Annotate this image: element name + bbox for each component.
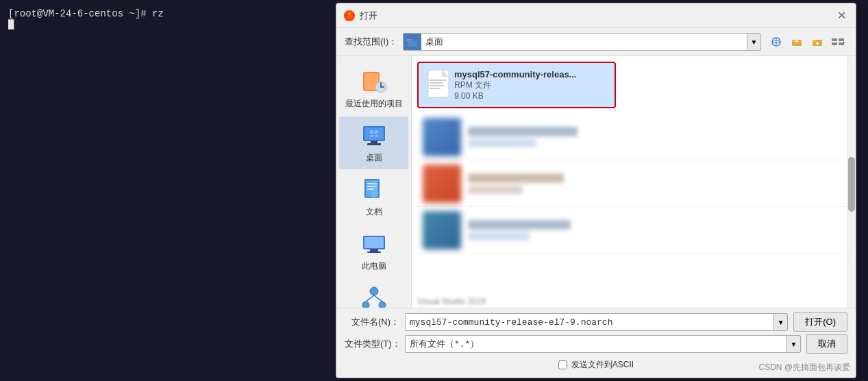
folder-icon: [406, 37, 419, 47]
sidebar-item-network[interactable]: 网络: [339, 279, 408, 308]
recent-icon: [360, 68, 388, 95]
filename-input-combo[interactable]: ▼: [405, 313, 788, 331]
main-content: 最近使用的项目 桌面: [336, 56, 856, 308]
svg-rect-26: [370, 135, 373, 137]
sidebar-item-documents[interactable]: 文档: [339, 171, 408, 223]
svg-line-41: [366, 295, 374, 302]
sidebar-label-recent: 最近使用的项目: [345, 98, 403, 110]
svg-rect-44: [430, 79, 446, 81]
new-folder-icon: [812, 37, 823, 47]
search-scope-label: 查找范围(I)：: [345, 36, 397, 48]
svg-rect-37: [367, 251, 381, 253]
svg-rect-3: [408, 40, 417, 47]
blurred-item-3: [417, 207, 850, 254]
location-combo[interactable]: 桌面 ▼: [403, 33, 761, 51]
svg-rect-23: [367, 143, 381, 145]
new-folder-button[interactable]: [808, 32, 827, 51]
sidebar-label-computer: 此电脑: [362, 260, 386, 272]
svg-rect-24: [370, 130, 373, 134]
svg-rect-47: [430, 88, 441, 89]
svg-line-42: [374, 295, 382, 302]
computer-icon: [360, 230, 388, 258]
svg-rect-14: [832, 42, 837, 45]
visual-studio-label: Visual Studio 2019: [417, 297, 486, 306]
open-button[interactable]: 打开(O): [793, 312, 847, 332]
svg-rect-46: [430, 85, 445, 86]
svg-rect-15: [839, 42, 844, 45]
up-button[interactable]: [787, 32, 806, 51]
blurred-item-1: [417, 114, 850, 160]
send-ascii-label[interactable]: 发送文件到ASCII: [571, 359, 634, 371]
view-icon: [831, 37, 845, 47]
open-dialog: 打开 ✕ 查找范围(I)： 桌面 ▼: [336, 3, 856, 378]
desktop-icon: [360, 122, 388, 149]
svg-rect-13: [839, 38, 844, 41]
filetype-label: 文件类型(T)：: [345, 338, 399, 350]
sidebar-item-computer[interactable]: 此电脑: [339, 225, 408, 278]
toolbar-row: 查找范围(I)： 桌面 ▼: [336, 28, 856, 56]
close-button[interactable]: ✕: [834, 8, 849, 23]
sidebar-item-desktop[interactable]: 桌面: [339, 116, 408, 169]
filetype-input-combo[interactable]: ▼: [405, 335, 801, 353]
cancel-button[interactable]: 取消: [806, 334, 847, 354]
filename-row: 文件名(N)： ▼ 打开(O): [345, 312, 847, 332]
globe-icon: [771, 37, 782, 47]
file-size: 9.00 KB: [454, 91, 576, 101]
filetype-input[interactable]: [406, 339, 786, 349]
filename-dropdown[interactable]: ▼: [773, 314, 787, 330]
dialog-title: 打开: [360, 10, 377, 22]
svg-rect-45: [430, 82, 443, 84]
app-icon: [343, 10, 356, 22]
file-area: mysql57-community-releas... RPM 文件 9.00 …: [412, 56, 856, 308]
svg-rect-25: [375, 130, 378, 134]
rpm-file-icon: [427, 69, 454, 101]
file-info: mysql57-community-releas... RPM 文件 9.00 …: [454, 69, 576, 101]
file-type: RPM 文件: [454, 79, 576, 91]
filename-input[interactable]: [406, 317, 773, 328]
title-bar: 打开 ✕: [336, 3, 856, 28]
sidebar-label-desktop: 桌面: [366, 152, 382, 164]
location-dropdown[interactable]: ▼: [747, 34, 760, 50]
network-icon: [360, 284, 388, 308]
send-ascii-checkbox[interactable]: [558, 360, 567, 369]
view-button[interactable]: [828, 32, 847, 51]
svg-rect-21: [364, 127, 384, 140]
svg-point-38: [370, 287, 378, 295]
svg-rect-12: [832, 38, 837, 41]
filetype-row: 文件类型(T)： ▼ 取消: [345, 334, 847, 354]
location-icon: [404, 33, 421, 51]
documents-icon: [360, 176, 388, 204]
filetype-dropdown[interactable]: ▼: [786, 336, 800, 352]
title-bar-left: 打开: [343, 10, 377, 22]
svg-point-39: [362, 302, 369, 308]
folder-up-icon: [791, 37, 802, 47]
toolbar-icons: [767, 32, 847, 51]
svg-rect-35: [364, 237, 384, 248]
file-name: mysql57-community-releas...: [454, 69, 576, 79]
svg-rect-9: [813, 40, 817, 42]
sidebar: 最近使用的项目 桌面: [336, 56, 412, 308]
sidebar-item-recent[interactable]: 最近使用的项目: [339, 62, 408, 115]
selected-file-item[interactable]: mysql57-community-releas... RPM 文件 9.00 …: [417, 62, 616, 108]
sidebar-label-documents: 文档: [366, 206, 382, 218]
watermark: CSDN @先搞面包再谈爱: [758, 362, 850, 373]
scrollbar[interactable]: [847, 56, 856, 308]
blurred-item-2: [417, 160, 850, 207]
back-button[interactable]: [767, 32, 786, 51]
svg-point-40: [379, 302, 386, 308]
location-text: 桌面: [421, 36, 747, 48]
scrollbar-thumb[interactable]: [848, 157, 855, 212]
svg-rect-27: [375, 135, 378, 137]
filename-label: 文件名(N)：: [345, 316, 399, 328]
svg-rect-33: [371, 182, 377, 198]
